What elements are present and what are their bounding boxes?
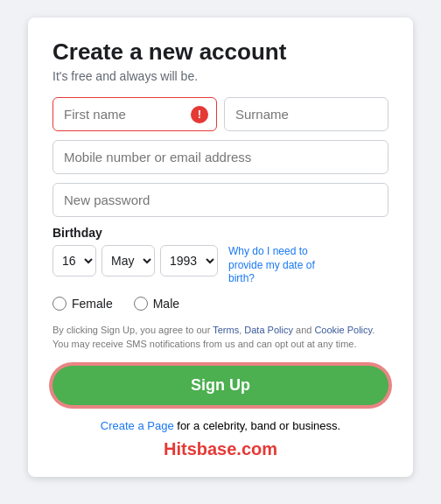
gender-female-radio[interactable]	[52, 297, 66, 311]
gender-female-option[interactable]: Female	[52, 297, 113, 311]
cookie-policy-link[interactable]: Cookie Policy	[314, 325, 372, 335]
password-input[interactable]	[52, 183, 388, 217]
name-row: !	[52, 97, 388, 131]
error-icon: !	[191, 106, 208, 123]
data-policy-link[interactable]: Data Policy	[244, 325, 293, 335]
page-title: Create a new account	[52, 38, 388, 66]
birthday-day-select[interactable]: 16 123 456 789 101112 131415 171819 2021…	[52, 245, 96, 276]
surname-input[interactable]	[224, 97, 388, 131]
surname-group	[224, 97, 388, 131]
birthday-month-select[interactable]: May JanFebMar AprJunJul AugSepOct NovDec	[102, 245, 155, 276]
password-group	[52, 183, 388, 217]
create-page-section: Create a Page for a celebrity, band or b…	[52, 419, 388, 432]
terms-link[interactable]: Terms	[213, 325, 239, 335]
birthday-row: 16 123 456 789 101112 131415 171819 2021…	[52, 245, 388, 286]
mobile-row	[52, 140, 388, 174]
legal-text: By clicking Sign Up, you agree to our Te…	[52, 323, 388, 352]
mobile-input[interactable]	[52, 140, 388, 174]
birthday-selects: 16 123 456 789 101112 131415 171819 2021…	[52, 245, 218, 276]
gender-row: Female Male	[52, 297, 388, 311]
create-page-link[interactable]: Create a Page	[101, 419, 174, 432]
birthday-section: Birthday 16 123 456 789 101112 131415 17…	[52, 226, 388, 286]
first-name-group: !	[52, 97, 217, 131]
mobile-group	[52, 140, 388, 174]
birthday-year-select[interactable]: 1993 19901991 19921994 19951996 19971998…	[160, 245, 218, 276]
password-row	[52, 183, 388, 217]
signup-button[interactable]: Sign Up	[52, 366, 388, 405]
gender-male-option[interactable]: Male	[134, 297, 179, 311]
gender-male-radio[interactable]	[134, 297, 148, 311]
birthday-hint[interactable]: Why do I need to provide my date of birt…	[228, 245, 333, 286]
brand-footer: Hitsbase.com	[52, 439, 388, 459]
create-page-suffix: for a celebrity, band or business.	[174, 419, 341, 432]
birthday-label: Birthday	[52, 226, 388, 240]
gender-female-label: Female	[72, 297, 113, 311]
page-subtitle: It's free and always will be.	[52, 69, 388, 83]
gender-male-label: Male	[153, 297, 179, 311]
signup-card: Create a new account It's free and alway…	[28, 18, 413, 477]
